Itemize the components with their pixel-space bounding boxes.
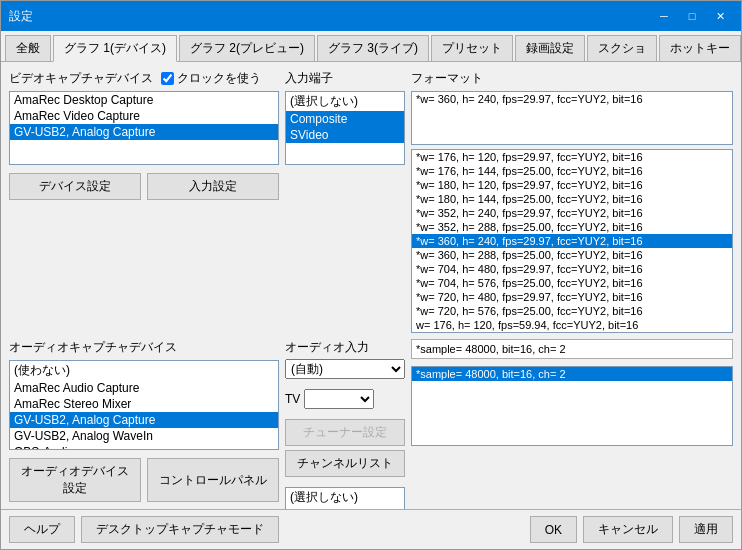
audio-input-select[interactable]: (自動) なし ライン入力 マイク [285, 359, 405, 379]
format-item-4[interactable]: *w= 352, h= 240, fps=29.97, fcc=YUY2, bi… [412, 206, 732, 220]
audio-format-listbox[interactable]: *sample= 48000, bit=16, ch= 2 [411, 366, 733, 446]
audio-format-section: *sample= 48000, bit=16, ch= 2 *sample= 4… [411, 339, 733, 509]
audio-format-preview: *sample= 48000, bit=16, ch= 2 [411, 339, 733, 359]
tab-preset[interactable]: プリセット [431, 35, 513, 61]
format-listbox[interactable]: *w= 176, h= 120, fps=29.97, fcc=YUY2, bi… [411, 149, 733, 333]
help-button[interactable]: ヘルプ [9, 516, 75, 543]
minimize-button[interactable]: ─ [651, 6, 677, 26]
format-item-7[interactable]: *w= 360, h= 288, fps=25.00, fcc=YUY2, bi… [412, 248, 732, 262]
device-settings-button[interactable]: デバイス設定 [9, 173, 141, 200]
video-device-label: ビデオキャプチャデバイス [9, 70, 153, 87]
window-title: 設定 [9, 8, 33, 25]
tv-group: TV [285, 389, 405, 409]
control-panel-button[interactable]: コントロールパネル [147, 458, 279, 502]
main-window: 設定 ─ □ ✕ 全般 グラフ 1(デバイス) グラフ 2(プレビュー) グラフ… [0, 0, 742, 550]
apply-button[interactable]: 適用 [679, 516, 733, 543]
bottom-right-buttons: OK キャンセル 適用 [530, 516, 733, 543]
input-terminal-listbox[interactable]: (選択しない) Composite SVideo [285, 91, 405, 165]
input-item-1[interactable]: Composite [286, 111, 404, 127]
format-label: フォーマット [411, 70, 733, 87]
video-device-buttons: デバイス設定 入力設定 [9, 173, 279, 200]
main-content: ビデオキャプチャデバイス クロックを使う AmaRec Desktop Capt… [1, 62, 741, 509]
tabs-bar: 全般 グラフ 1(デバイス) グラフ 2(プレビュー) グラフ 3(ライブ) プ… [1, 31, 741, 62]
input-settings-button[interactable]: 入力設定 [147, 173, 279, 200]
tab-graph3[interactable]: グラフ 3(ライブ) [317, 35, 429, 61]
format-item-10[interactable]: *w= 720, h= 480, fps=29.97, fcc=YUY2, bi… [412, 290, 732, 304]
video-device-header: ビデオキャプチャデバイス クロックを使う [9, 70, 279, 87]
format-item-6[interactable]: *w= 360, h= 240, fps=29.97, fcc=YUY2, bi… [412, 234, 732, 248]
video-device-section: ビデオキャプチャデバイス クロックを使う AmaRec Desktop Capt… [9, 70, 279, 333]
format-item-0[interactable]: *w= 176, h= 120, fps=29.97, fcc=YUY2, bi… [412, 150, 732, 164]
format-item-9[interactable]: *w= 704, h= 576, fps=25.00, fcc=YUY2, bi… [412, 276, 732, 290]
format-top-preview[interactable]: *w= 360, h= 240, fps=29.97, fcc=YUY2, bi… [411, 91, 733, 145]
input-item-0[interactable]: (選択しない) [286, 92, 404, 111]
tv-label: TV [285, 392, 300, 406]
audio-terminal-item[interactable]: (選択しない) [286, 488, 404, 507]
audio-device-item-3[interactable]: GV-USB2, Analog Capture [10, 412, 278, 428]
title-bar-controls: ─ □ ✕ [651, 6, 733, 26]
clock-label: クロックを使う [177, 70, 261, 87]
format-item-11[interactable]: *w= 720, h= 576, fps=25.00, fcc=YUY2, bi… [412, 304, 732, 318]
format-item-1[interactable]: *w= 176, h= 144, fps=25.00, fcc=YUY2, bi… [412, 164, 732, 178]
tab-general[interactable]: 全般 [5, 35, 51, 61]
bottom-bar: ヘルプ デスクトップキャプチャモード OK キャンセル 適用 [1, 509, 741, 549]
format-section: フォーマット *w= 360, h= 240, fps=29.97, fcc=Y… [411, 70, 733, 333]
clock-checkbox[interactable] [161, 72, 174, 85]
ok-button[interactable]: OK [530, 516, 577, 543]
audio-device-item-0[interactable]: (使わない) [10, 361, 278, 380]
format-item-8[interactable]: *w= 704, h= 480, fps=29.97, fcc=YUY2, bi… [412, 262, 732, 276]
format-top-item[interactable]: *w= 360, h= 240, fps=29.97, fcc=YUY2, bi… [412, 92, 732, 106]
tab-hotkey[interactable]: ホットキー [659, 35, 741, 61]
audio-device-item-4[interactable]: GV-USB2, Analog WaveIn [10, 428, 278, 444]
clock-checkbox-label[interactable]: クロックを使う [161, 70, 261, 87]
video-device-item-1[interactable]: AmaRec Video Capture [10, 108, 278, 124]
input-terminal-section: 入力端子 (選択しない) Composite SVideo [285, 70, 405, 333]
audio-device-section: オーディオキャプチャデバイス (使わない) AmaRec Audio Captu… [9, 339, 279, 509]
audio-device-settings-button[interactable]: オーディオデバイス設定 [9, 458, 141, 502]
tab-rec[interactable]: 録画設定 [515, 35, 585, 61]
format-item-5[interactable]: *w= 352, h= 288, fps=25.00, fcc=YUY2, bi… [412, 220, 732, 234]
audio-input-label: オーディオ入力 [285, 339, 405, 356]
desktop-capture-button[interactable]: デスクトップキャプチャモード [81, 516, 279, 543]
format-item-2[interactable]: *w= 180, h= 120, fps=29.97, fcc=YUY2, bi… [412, 178, 732, 192]
cancel-button[interactable]: キャンセル [583, 516, 673, 543]
audio-device-item-5[interactable]: OBS-Audio [10, 444, 278, 450]
audio-input-tv-section: オーディオ入力 (自動) なし ライン入力 マイク TV チューナー設定 チャン… [285, 339, 405, 509]
audio-device-label: オーディオキャプチャデバイス [9, 339, 279, 356]
input-terminal-label: 入力端子 [285, 70, 405, 87]
audio-device-item-1[interactable]: AmaRec Audio Capture [10, 380, 278, 396]
input-item-2[interactable]: SVideo [286, 127, 404, 143]
channel-list-button[interactable]: チャンネルリスト [285, 450, 405, 477]
video-device-item-0[interactable]: AmaRec Desktop Capture [10, 92, 278, 108]
audio-input-group: オーディオ入力 (自動) なし ライン入力 マイク [285, 339, 405, 379]
tab-graph1[interactable]: グラフ 1(デバイス) [53, 35, 177, 62]
tv-select[interactable] [304, 389, 374, 409]
tuner-settings-button[interactable]: チューナー設定 [285, 419, 405, 446]
title-bar: 設定 ─ □ ✕ [1, 1, 741, 31]
tab-scene[interactable]: スクショ [587, 35, 657, 61]
audio-device-buttons: オーディオデバイス設定 コントロールパネル [9, 458, 279, 502]
audio-format-item-0[interactable]: *sample= 48000, bit=16, ch= 2 [412, 367, 732, 381]
video-device-listbox[interactable]: AmaRec Desktop Capture AmaRec Video Capt… [9, 91, 279, 165]
maximize-button[interactable]: □ [679, 6, 705, 26]
audio-device-listbox[interactable]: (使わない) AmaRec Audio Capture AmaRec Stere… [9, 360, 279, 450]
format-item-12[interactable]: w= 176, h= 120, fps=59.94, fcc=YUY2, bit… [412, 318, 732, 332]
bottom-left-buttons: ヘルプ デスクトップキャプチャモード [9, 516, 279, 543]
close-button[interactable]: ✕ [707, 6, 733, 26]
video-device-item-2[interactable]: GV-USB2, Analog Capture [10, 124, 278, 140]
audio-terminal-listbox[interactable]: (選択しない) [285, 487, 405, 509]
format-item-3[interactable]: *w= 180, h= 144, fps=25.00, fcc=YUY2, bi… [412, 192, 732, 206]
audio-device-item-2[interactable]: AmaRec Stereo Mixer [10, 396, 278, 412]
tab-graph2[interactable]: グラフ 2(プレビュー) [179, 35, 315, 61]
